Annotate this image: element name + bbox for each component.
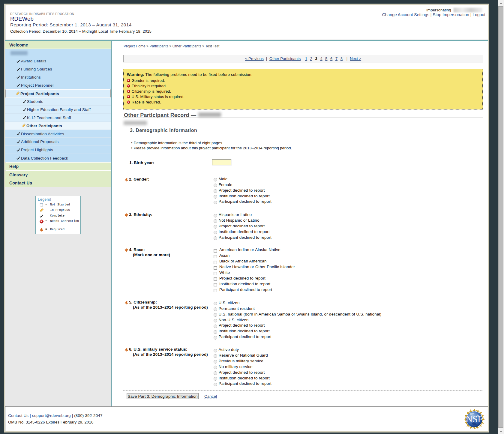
svg-text:NSF: NSF [466, 414, 483, 424]
